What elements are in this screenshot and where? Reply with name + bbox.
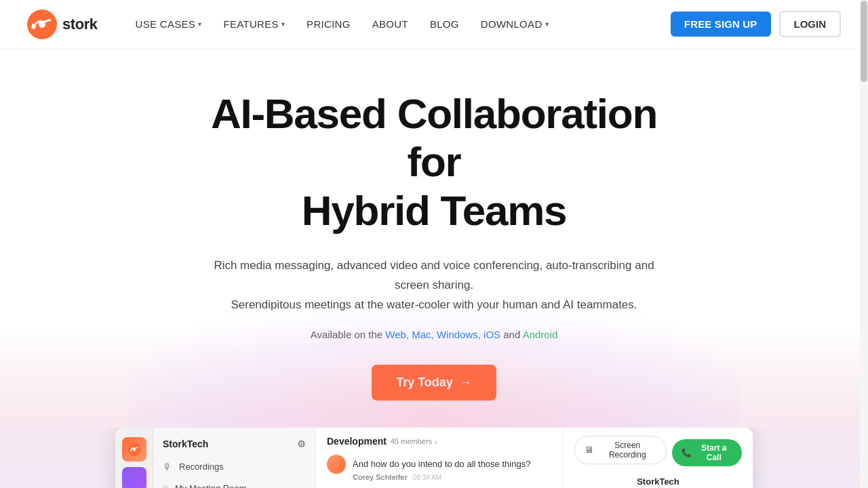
nav-blog[interactable]: BLOG <box>419 0 470 49</box>
platform-link-web-mac-windows-ios[interactable]: Web, Mac, Windows, iOS <box>385 329 500 340</box>
channel-header: Development 45 members ↓ <box>327 436 552 447</box>
stork-logo-sidebar-icon <box>122 437 146 462</box>
sidebar-purple-icon <box>122 467 146 488</box>
nav-download[interactable]: DOWNLOAD ▾ <box>470 0 559 49</box>
screen-recording-button[interactable]: 🖥 Screen Recording <box>574 436 667 464</box>
chevron-down-icon: ▾ <box>281 20 285 28</box>
svg-point-3 <box>132 447 136 451</box>
try-today-button[interactable]: Try Today → <box>372 365 496 401</box>
right-panel-buttons: 🖥 Screen Recording 📞 Start a Call <box>574 436 742 470</box>
app-sidebar: StorkTech ⚙ 🎙 Recordings My Meeting Room <box>153 428 316 488</box>
dot-icon <box>163 485 168 488</box>
nav-actions: FREE SIGN UP LOGIN <box>671 11 841 37</box>
hero-subtitle: Rich media messaging, advanced video and… <box>197 256 671 315</box>
platform-link-android[interactable]: Android <box>523 329 558 340</box>
nav-use-cases[interactable]: USE CASES ▾ <box>125 0 213 49</box>
logo-icon <box>27 9 57 39</box>
chat-message-text: And how do you intend to do all those th… <box>353 455 530 473</box>
login-button[interactable]: LOGIN <box>779 11 842 37</box>
screen-icon: 🖥 <box>585 445 593 455</box>
chevron-down-icon: ▾ <box>545 20 549 28</box>
mic-icon: 🎙 <box>163 462 172 472</box>
start-call-button[interactable]: 📞 Start a Call <box>672 439 742 466</box>
navbar: stork USE CASES ▾ FEATURES ▾ PRICING ABO… <box>0 0 868 49</box>
app-preview: StorkTech ⚙ 🎙 Recordings My Meeting Room… <box>61 428 807 488</box>
svg-point-1 <box>39 21 45 28</box>
app-right-panel: 🖥 Screen Recording 📞 Start a Call StorkT… <box>563 428 753 488</box>
scrollbar-thumb[interactable] <box>861 1 867 82</box>
app-main-panel: Development 45 members ↓ And how do you … <box>316 428 563 488</box>
arrow-right-icon: → <box>460 375 472 390</box>
chat-message-content: And how do you intend to do all those th… <box>353 455 530 483</box>
stork-panel-name: StorkTech <box>637 476 679 487</box>
phone-icon: 📞 <box>682 448 692 458</box>
app-window: StorkTech ⚙ 🎙 Recordings My Meeting Room… <box>115 428 753 488</box>
sidebar-item-meeting-room[interactable]: My Meeting Room <box>153 478 315 488</box>
hero-headline: AI-Based Collaboration for Hybrid Teams <box>27 89 841 235</box>
chevron-down-icon: ▾ <box>198 20 201 28</box>
scrollbar[interactable] <box>860 0 868 488</box>
stork-panel: StorkTech <box>574 475 742 488</box>
gear-icon[interactable]: ⚙ <box>297 439 306 449</box>
logo[interactable]: stork <box>27 9 98 39</box>
avatar <box>327 455 346 474</box>
nav-features[interactable]: FEATURES ▾ <box>212 0 296 49</box>
sidebar-header: StorkTech ⚙ <box>153 436 315 456</box>
nav-links: USE CASES ▾ FEATURES ▾ PRICING ABOUT BLO… <box>125 0 671 49</box>
hero-availability: Available on the Web, Mac, Windows, iOS … <box>27 329 841 340</box>
sidebar-item-recordings[interactable]: 🎙 Recordings <box>153 456 315 478</box>
chat-meta: Corey Schleifer 09:34 AM <box>353 473 530 483</box>
hero-section: AI-Based Collaboration for Hybrid Teams … <box>0 49 868 488</box>
nav-pricing[interactable]: PRICING <box>296 0 361 49</box>
sidebar-icons-column <box>115 428 153 488</box>
free-signup-button[interactable]: FREE SIGN UP <box>671 12 771 37</box>
chat-sender-name: Corey Schleifer <box>353 473 408 481</box>
chat-message-row: And how do you intend to do all those th… <box>327 455 552 483</box>
nav-about[interactable]: ABOUT <box>361 0 419 49</box>
chat-time: 09:34 AM <box>413 474 441 481</box>
brand-name: stork <box>62 16 98 33</box>
